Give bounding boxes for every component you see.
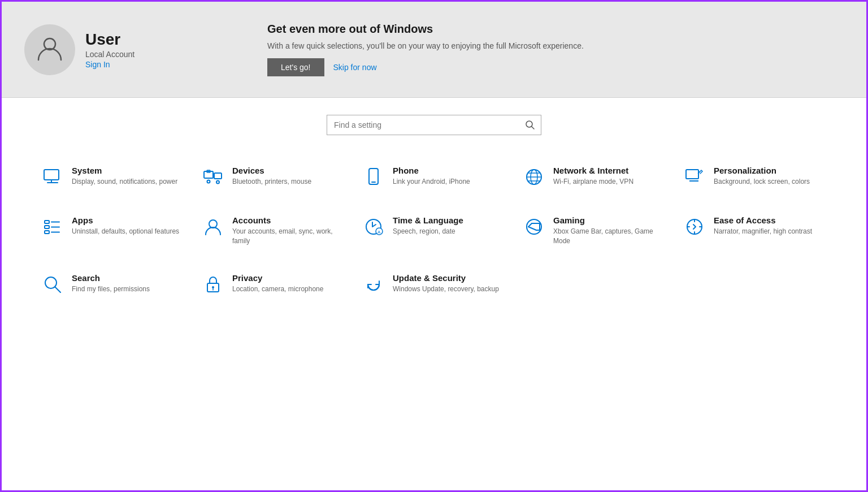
apps-icon <box>41 215 64 238</box>
svg-line-42 <box>55 287 60 292</box>
search-container <box>36 115 832 135</box>
svg-point-8 <box>207 180 210 183</box>
settings-text: AccountsYour accounts, email, sync, work… <box>232 215 345 246</box>
settings-name: Search <box>72 273 150 283</box>
settings-name: Personalization <box>714 166 810 175</box>
accounts-icon <box>202 215 224 238</box>
ease-icon <box>683 215 706 238</box>
settings-text: PhoneLink your Android, iPhone <box>393 166 470 187</box>
phone-icon <box>362 166 385 188</box>
settings-text: AppsUninstall, defaults, optional featur… <box>72 215 179 236</box>
settings-name: Devices <box>232 166 311 175</box>
promo-actions: Let's go! Skip for now <box>267 58 844 76</box>
settings-name: Network & Internet <box>553 166 633 175</box>
promo-subtitle: With a few quick selections, you'll be o… <box>267 41 844 50</box>
svg-rect-21 <box>45 226 49 228</box>
network-icon <box>523 166 545 188</box>
settings-text: SearchFind my files, permissions <box>72 273 150 294</box>
user-name: User <box>85 31 134 49</box>
settings-name: Apps <box>72 215 179 225</box>
settings-item-search[interactable]: SearchFind my files, permissions <box>36 265 190 304</box>
promo-title: Get even more out of Windows <box>267 23 844 36</box>
settings-text: Ease of AccessNarrator, magnifier, high … <box>714 215 812 236</box>
svg-text:A: A <box>377 230 381 235</box>
settings-text: SystemDisplay, sound, notifications, pow… <box>72 166 177 187</box>
settings-item-network---internet[interactable]: Network & InternetWi-Fi, airplane mode, … <box>517 158 672 196</box>
devices-icon <box>202 166 224 188</box>
settings-name: Privacy <box>232 273 323 283</box>
settings-item-personalization[interactable]: PersonalizationBackground, lock screen, … <box>678 158 832 196</box>
settings-desc: Uninstall, defaults, optional features <box>72 227 179 236</box>
settings-name: Update & Security <box>393 273 499 283</box>
gaming-icon <box>523 215 545 238</box>
settings-desc: Link your Android, iPhone <box>393 177 470 187</box>
settings-text: Update & SecurityWindows Update, recover… <box>393 273 499 294</box>
settings-text: PersonalizationBackground, lock screen, … <box>714 166 810 187</box>
settings-name: Ease of Access <box>714 215 812 225</box>
search-icon <box>41 273 64 296</box>
personalization-icon <box>683 166 706 188</box>
settings-text: Network & InternetWi-Fi, airplane mode, … <box>553 166 633 187</box>
promo-section: Get even more out of Windows With a few … <box>233 23 844 76</box>
settings-item-privacy[interactable]: PrivacyLocation, camera, microphone <box>196 265 351 304</box>
system-icon <box>41 166 64 188</box>
settings-item-devices[interactable]: DevicesBluetooth, printers, mouse <box>196 158 351 196</box>
skip-button[interactable]: Skip for now <box>333 63 377 72</box>
settings-desc: Windows Update, recovery, backup <box>393 284 499 294</box>
settings-name: Phone <box>393 166 470 175</box>
search-input[interactable] <box>327 116 519 134</box>
settings-text: PrivacyLocation, camera, microphone <box>232 273 323 294</box>
header-banner: User Local Account Sign In Get even more… <box>2 2 866 98</box>
search-icon <box>525 120 535 130</box>
search-button[interactable] <box>519 115 541 135</box>
time-icon: A <box>362 215 385 238</box>
settings-item-accounts[interactable]: AccountsYour accounts, email, sync, work… <box>196 208 351 254</box>
svg-point-9 <box>216 181 219 184</box>
settings-name: Accounts <box>232 215 345 225</box>
settings-item-gaming[interactable]: GamingXbox Game Bar, captures, Game Mode <box>517 208 672 254</box>
user-section: User Local Account Sign In <box>24 24 216 75</box>
settings-item-ease-of-access[interactable]: Ease of AccessNarrator, magnifier, high … <box>678 208 832 254</box>
svg-line-31 <box>528 223 532 227</box>
svg-rect-22 <box>45 231 49 234</box>
settings-text: DevicesBluetooth, printers, mouse <box>232 166 311 187</box>
settings-desc: Your accounts, email, sync, work, family <box>232 227 345 246</box>
lets-go-button[interactable]: Let's go! <box>267 58 324 76</box>
user-info: User Local Account Sign In <box>85 31 134 69</box>
main-content: SystemDisplay, sound, notifications, pow… <box>2 98 866 492</box>
user-account-type: Local Account <box>85 50 134 59</box>
svg-line-35 <box>528 227 536 230</box>
settings-desc: Location, camera, microphone <box>232 284 323 294</box>
search-box <box>327 115 541 135</box>
svg-rect-3 <box>44 170 59 180</box>
settings-item-system[interactable]: SystemDisplay, sound, notifications, pow… <box>36 158 190 196</box>
settings-name: Time & Language <box>393 215 463 225</box>
settings-desc: Background, lock screen, colors <box>714 177 810 187</box>
settings-item-update---security[interactable]: Update & SecurityWindows Update, recover… <box>357 265 511 304</box>
avatar <box>24 24 75 75</box>
settings-desc: Speech, region, date <box>393 227 463 236</box>
settings-desc: Find my files, permissions <box>72 284 150 294</box>
user-signin-link[interactable]: Sign In <box>85 60 134 69</box>
settings-name: System <box>72 166 177 175</box>
update-icon <box>362 273 385 296</box>
settings-item-time---language[interactable]: A Time & LanguageSpeech, region, date <box>357 208 511 254</box>
settings-text: GamingXbox Game Bar, captures, Game Mode <box>553 215 666 246</box>
settings-desc: Wi-Fi, airplane mode, VPN <box>553 177 633 187</box>
settings-desc: Xbox Game Bar, captures, Game Mode <box>553 227 666 246</box>
settings-desc: Bluetooth, printers, mouse <box>232 177 311 187</box>
settings-item-phone[interactable]: PhoneLink your Android, iPhone <box>357 158 511 196</box>
svg-rect-20 <box>45 221 49 223</box>
settings-desc: Display, sound, notifications, power <box>72 177 177 187</box>
svg-line-2 <box>532 127 535 130</box>
privacy-icon <box>202 273 224 296</box>
svg-rect-18 <box>686 170 698 179</box>
settings-text: Time & LanguageSpeech, region, date <box>393 215 463 236</box>
svg-point-26 <box>209 220 217 228</box>
settings-name: Gaming <box>553 215 666 225</box>
settings-grid: SystemDisplay, sound, notifications, pow… <box>36 158 832 304</box>
svg-rect-7 <box>214 173 222 179</box>
settings-item-apps[interactable]: AppsUninstall, defaults, optional featur… <box>36 208 190 254</box>
settings-desc: Narrator, magnifier, high contrast <box>714 227 812 236</box>
user-avatar-icon <box>35 34 64 66</box>
